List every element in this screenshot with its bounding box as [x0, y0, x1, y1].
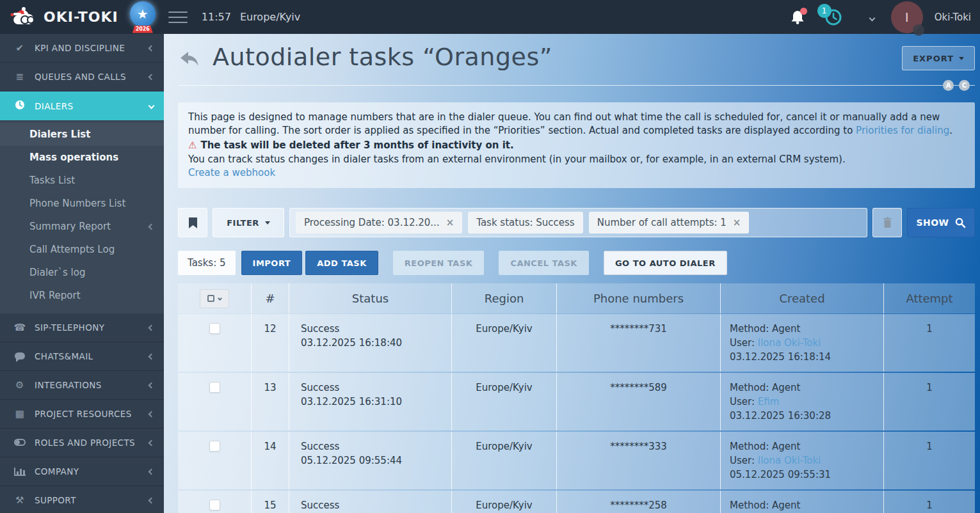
- menu-icon[interactable]: [168, 10, 188, 24]
- tasks-count: Tasks: 5: [178, 251, 236, 275]
- row-select-cell: [178, 491, 252, 513]
- submenu-tasks-list[interactable]: Tasks List: [0, 169, 164, 192]
- submenu-call-attempts-log[interactable]: Call Attempts Log: [0, 238, 164, 261]
- task-phone: ********333: [557, 432, 721, 489]
- task-number: 12: [252, 314, 289, 372]
- sidebar-item-dialers[interactable]: DIALERS: [0, 91, 164, 120]
- created-time: 03.12.2025 16:30:28: [730, 409, 877, 423]
- sidebar-item-company[interactable]: COMPANY: [0, 457, 164, 486]
- info-line-3: You can track status changes in dialer t…: [188, 153, 965, 166]
- create-webhook-link[interactable]: Create a webhook: [188, 167, 275, 178]
- submenu-phone-numbers-list[interactable]: Phone Numbers List: [0, 192, 164, 215]
- sidebar-item-project-resources[interactable]: ▦ PROJECT RESOURCES: [0, 400, 164, 429]
- gears-icon: ⚙: [13, 379, 27, 391]
- user-link[interactable]: Efim: [758, 396, 780, 407]
- chevron-left-icon: [149, 223, 155, 230]
- row-checkbox[interactable]: [209, 382, 220, 393]
- row-select-cell: [178, 373, 252, 430]
- task-phone: ********258: [557, 491, 721, 513]
- page-title: Autodialer tasks “Oranges”: [213, 43, 552, 71]
- avatar[interactable]: I: [891, 1, 923, 33]
- chart-icon: [13, 466, 27, 477]
- wrench-icon: ⚒: [13, 494, 27, 506]
- badge-c[interactable]: C: [959, 80, 970, 91]
- export-button[interactable]: EXPORT: [902, 46, 975, 70]
- globe-star-icon: ★: [130, 1, 156, 27]
- task-region: Europe/Kyiv: [452, 314, 557, 372]
- search-icon: [955, 217, 966, 228]
- globe-year: 2026: [133, 26, 153, 33]
- task-created-cell: Method: Agent User: Ilona Oki-Toki 03.12…: [721, 314, 884, 372]
- info-panel: This page is designed to manage numbers …: [178, 102, 975, 188]
- row-select-cell: [178, 314, 252, 372]
- import-button[interactable]: IMPORT: [241, 251, 303, 275]
- sidebar-item-chats-mail[interactable]: CHATS&MAIL: [0, 342, 164, 371]
- submenu-dialers-list[interactable]: Dialers List: [0, 123, 164, 146]
- info-line-1: This page is designed to manage numbers …: [188, 111, 965, 138]
- go-to-auto-dialer-button[interactable]: GO TO AUTO DIALER: [604, 251, 727, 275]
- status-text: Success: [301, 381, 445, 395]
- snow-globe-icon[interactable]: ★ 2026: [129, 1, 157, 33]
- sidebar: ✔ KPI AND DISCIPLINE ≣ QUEUES AND CALLS …: [0, 34, 164, 513]
- table-row: 12 Success 03.12.2025 16:18:40 Europe/Ky…: [178, 314, 975, 372]
- clear-filters-button[interactable]: [872, 208, 902, 237]
- created-user: User: Efim: [730, 395, 877, 409]
- avatar-letter: I: [905, 10, 909, 25]
- remove-chip-icon[interactable]: ×: [446, 218, 454, 228]
- notifications-bell-icon[interactable]: [789, 9, 806, 26]
- brand-logo[interactable]: OKI-TOKI: [9, 6, 118, 28]
- grid-icon: ▦: [13, 408, 27, 420]
- history-clock-icon[interactable]: 1: [824, 8, 843, 27]
- user-link[interactable]: Ilona Oki-Toki: [758, 337, 821, 349]
- show-button[interactable]: SHOW: [907, 208, 975, 237]
- dialers-submenu: Dialers List Mass operations Tasks List …: [0, 120, 164, 313]
- submenu-dialers-log[interactable]: Dialer`s log: [0, 261, 164, 284]
- status-text: Success: [301, 322, 445, 336]
- status-text: Success: [301, 439, 445, 454]
- phone-icon: ☎: [13, 322, 27, 333]
- add-task-button[interactable]: ADD TASK: [305, 251, 378, 275]
- page-header: Autodialer tasks “Oranges” EXPORT: [178, 43, 975, 71]
- filter-button[interactable]: FILTER: [213, 208, 284, 237]
- history-badge: 1: [817, 4, 831, 18]
- reopen-task-button: REOPEN TASK: [393, 251, 485, 275]
- warning-icon: ⚠: [188, 139, 197, 151]
- table-row: 14 Success 05.12.2025 09:55:44 Europe/Ky…: [178, 432, 975, 489]
- task-created-cell: Method: Agent User: Ilona Oki-Toki 05.12…: [721, 432, 884, 489]
- submenu-ivr-report[interactable]: IVR Report: [0, 284, 164, 307]
- task-attempt: 1: [884, 432, 975, 489]
- task-phone: ********589: [557, 373, 721, 430]
- task-status-cell: Success 03.12.2025 16:31:10: [289, 373, 452, 430]
- priorities-link[interactable]: Priorities for dialing: [856, 125, 949, 136]
- sidebar-item-roles-and-projects[interactable]: ROLES AND PROJECTS: [0, 429, 164, 457]
- filter-chips-input[interactable]: Processing Date: 03.12.20... × Task stat…: [289, 208, 867, 237]
- submenu-mass-operations[interactable]: Mass operations: [0, 146, 164, 169]
- row-checkbox[interactable]: [209, 323, 220, 334]
- sidebar-item-sip-telephony[interactable]: ☎ SIP-TELEPHONY: [0, 313, 164, 342]
- actions-bar: Tasks: 5 IMPORT ADD TASK REOPEN TASK CAN…: [178, 251, 975, 275]
- badge-a[interactable]: A: [943, 80, 954, 91]
- row-checkbox[interactable]: [209, 441, 220, 452]
- select-all-dropdown[interactable]: [200, 289, 229, 308]
- table-header: # Status Region Phone numbers Created At…: [178, 283, 975, 313]
- submenu-summary-report[interactable]: Summary Report: [0, 215, 164, 238]
- row-checkbox[interactable]: [209, 500, 220, 510]
- timezone-label: Europe/Kyiv: [240, 11, 300, 23]
- filter-chip-task-status[interactable]: Task status: Success: [468, 212, 582, 233]
- filter-chip-call-attempts[interactable]: Number of call attempts: 1 ×: [589, 212, 750, 233]
- filter-chip-processing-date[interactable]: Processing Date: 03.12.20... ×: [296, 212, 462, 233]
- sidebar-item-integrations[interactable]: ⚙ INTEGRATIONS: [0, 371, 164, 400]
- select-column-header: [178, 283, 252, 313]
- chevron-left-icon: [149, 45, 155, 51]
- warning-line: ⚠The task will be deleted after 3 months…: [188, 138, 965, 153]
- chevron-down-icon[interactable]: [870, 11, 874, 23]
- sidebar-item-support[interactable]: ⚒ SUPPORT: [0, 486, 164, 513]
- remove-chip-icon[interactable]: ×: [733, 218, 741, 228]
- sidebar-item-kpi-and-discipline[interactable]: ✔ KPI AND DISCIPLINE: [0, 34, 164, 63]
- sidebar-item-queues-and-calls[interactable]: ≣ QUEUES AND CALLS: [0, 63, 164, 91]
- back-reply-icon[interactable]: [178, 47, 201, 70]
- bookmark-button[interactable]: [178, 208, 207, 237]
- user-link[interactable]: Ilona Oki-Toki: [758, 455, 821, 466]
- chevron-left-icon: [149, 74, 155, 80]
- task-phone: ********731: [557, 314, 721, 372]
